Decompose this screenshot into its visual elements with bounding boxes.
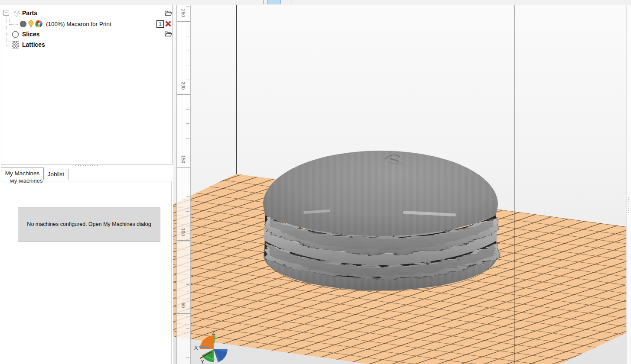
ruler-minor-tick [186, 138, 189, 139]
ruler-label: 200 [177, 79, 190, 93]
collapse-expander-icon[interactable]: – [3, 10, 9, 16]
tab-joblist[interactable]: Joblist [43, 169, 69, 180]
ruler-major-line [177, 313, 190, 314]
color-wheel-icon [35, 20, 43, 28]
ruler-minor-tick [186, 182, 189, 182]
ruler-minor-tick [186, 109, 189, 110]
horizontal-scroll-chip[interactable] [267, 0, 281, 4]
parts-tree-panel: – Parts [1, 3, 173, 164]
ruler-label: 100 [177, 225, 190, 239]
ruler-minor-tick [186, 270, 189, 270]
ruler-minor-tick [186, 343, 189, 343]
ruler-major-line [177, 168, 190, 168]
ruler-label: 150 [177, 153, 190, 166]
ruler-label: 250 [177, 6, 190, 20]
slices-circle-icon [12, 31, 19, 38]
ruler-minor-tick [186, 255, 189, 255]
open-folder-icon[interactable] [164, 30, 172, 38]
top-toolbar-strip [0, 0, 631, 5]
sidebar: – Parts [0, 0, 173, 364]
axis-z-label: Z [212, 329, 215, 336]
visibility-lightbulb-icon[interactable] [28, 20, 34, 28]
tree-row-lattices[interactable]: Lattices [1, 40, 172, 50]
ruler-minor-tick [186, 284, 189, 285]
my-machines-groupbox: My Machines No machines configured. Open… [2, 181, 172, 364]
delete-part-icon[interactable] [165, 20, 172, 27]
lattices-checker-icon [12, 41, 19, 48]
ruler-minor-tick [186, 357, 189, 358]
part-sphere-icon [20, 20, 27, 28]
ruler-label: 50 [177, 299, 190, 312]
ruler-tick [292, 0, 292, 4]
part-item-label: (100%) Macaron for Print [46, 21, 111, 27]
ruler-major-line [177, 94, 190, 95]
parts-cube-icon [13, 10, 21, 18]
ruler-major-line [177, 21, 190, 22]
panel-splitter-handle[interactable] [75, 164, 101, 166]
ruler-tick [263, 0, 264, 4]
ruler-minor-tick [186, 36, 189, 36]
ruler-minor-tick [186, 65, 189, 65]
right-panel-grip[interactable] [626, 5, 631, 364]
netfabb-window: { "header": { "scroll_chip": "" }, "side… [0, 0, 631, 364]
open-folder-icon[interactable] [164, 9, 172, 17]
ruler-minor-tick [186, 211, 189, 212]
no-machines-message-button[interactable]: No machines configured. Open My Machines… [18, 207, 160, 242]
axis-y-label: Y [201, 358, 205, 364]
tree-label-lattices: Lattices [22, 41, 45, 48]
part-count-field[interactable]: 1 [156, 20, 164, 28]
ruler-minor-tick [186, 51, 189, 51]
tree-row-part-item[interactable]: (100%) Macaron for Print 1 [1, 19, 172, 29]
tree-label-parts: Parts [22, 10, 37, 16]
ruler-minor-tick [186, 196, 189, 197]
ruler-major-line [177, 240, 190, 241]
tab-my-machines[interactable]: My Machines [1, 168, 44, 180]
ruler-minor-tick [186, 123, 189, 124]
tree-label-slices: Slices [22, 31, 39, 38]
tree-row-slices[interactable]: Slices [1, 29, 172, 40]
axis-x-label: X [194, 345, 198, 351]
ruler-minor-tick [186, 328, 189, 329]
macaron-model[interactable] [263, 151, 498, 291]
tree-row-parts[interactable]: – Parts [1, 9, 172, 19]
